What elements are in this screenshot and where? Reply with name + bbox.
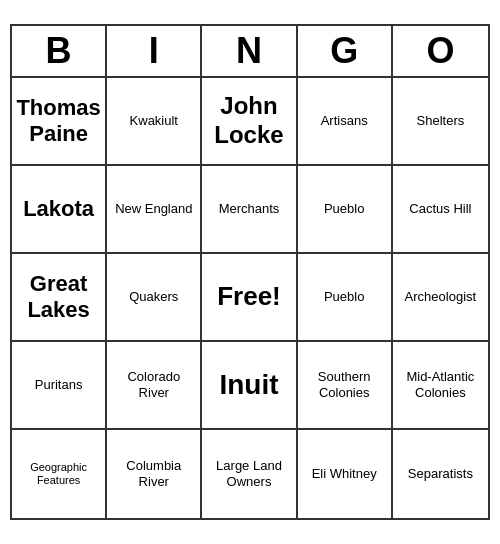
bingo-cell-2: John Locke: [202, 78, 297, 166]
bingo-cell-19: Mid-Atlantic Colonies: [393, 342, 488, 430]
bingo-cell-17: Inuit: [202, 342, 297, 430]
bingo-cell-6: New England: [107, 166, 202, 254]
bingo-letter-b: B: [12, 26, 107, 76]
bingo-cell-8: Pueblo: [298, 166, 393, 254]
bingo-cell-1: Kwakiult: [107, 78, 202, 166]
bingo-letter-n: N: [202, 26, 297, 76]
bingo-card: BINGO Thomas PaineKwakiultJohn LockeArti…: [10, 24, 490, 520]
bingo-cell-18: Southern Colonies: [298, 342, 393, 430]
bingo-cell-12: Free!: [202, 254, 297, 342]
bingo-cell-7: Merchants: [202, 166, 297, 254]
bingo-cell-11: Quakers: [107, 254, 202, 342]
bingo-cell-14: Archeologist: [393, 254, 488, 342]
bingo-cell-13: Pueblo: [298, 254, 393, 342]
bingo-letter-o: O: [393, 26, 488, 76]
bingo-letter-i: I: [107, 26, 202, 76]
bingo-cell-5: Lakota: [12, 166, 107, 254]
bingo-cell-21: Columbia River: [107, 430, 202, 518]
bingo-grid: Thomas PaineKwakiultJohn LockeArtisansSh…: [12, 78, 488, 518]
bingo-cell-20: Geographic Features: [12, 430, 107, 518]
bingo-cell-23: Eli Whitney: [298, 430, 393, 518]
bingo-letter-g: G: [298, 26, 393, 76]
bingo-cell-9: Cactus Hill: [393, 166, 488, 254]
bingo-header: BINGO: [12, 26, 488, 78]
bingo-cell-24: Separatists: [393, 430, 488, 518]
bingo-cell-15: Puritans: [12, 342, 107, 430]
bingo-cell-10: Great Lakes: [12, 254, 107, 342]
bingo-cell-4: Shelters: [393, 78, 488, 166]
bingo-cell-22: Large Land Owners: [202, 430, 297, 518]
bingo-cell-0: Thomas Paine: [12, 78, 107, 166]
bingo-cell-16: Colorado River: [107, 342, 202, 430]
bingo-cell-3: Artisans: [298, 78, 393, 166]
